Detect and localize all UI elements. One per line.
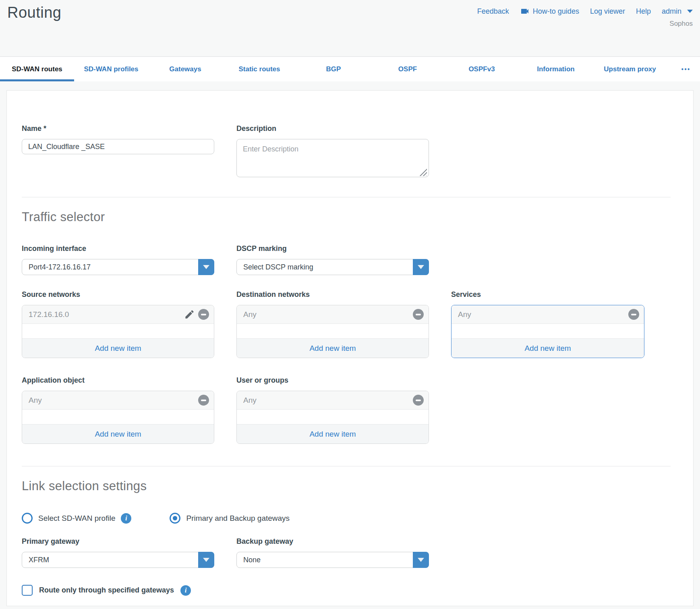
info-icon[interactable]: i [121, 513, 131, 524]
tab-static-routes[interactable]: Static routes [222, 57, 296, 81]
application-object-label: Application object [22, 376, 214, 385]
chevron-down-icon [687, 10, 693, 13]
services-label: Services [451, 290, 644, 299]
remove-item-icon[interactable] [628, 309, 639, 320]
primary-gateway-label: Primary gateway [22, 537, 214, 546]
radio-unchecked-icon[interactable] [22, 513, 33, 524]
dropdown-arrow-icon[interactable] [198, 552, 214, 568]
section-divider [22, 197, 671, 197]
incoming-interface-label: Incoming interface [22, 244, 214, 253]
name-input[interactable] [22, 139, 214, 154]
list-item: Any [22, 391, 214, 410]
name-label: Name * [22, 124, 214, 133]
remove-item-icon[interactable] [198, 309, 209, 320]
tab-sd-wan-routes[interactable]: SD-WAN routes [0, 57, 74, 81]
tab-bgp[interactable]: BGP [296, 57, 371, 81]
description-field-group: Description [236, 124, 429, 179]
description-label: Description [236, 124, 429, 133]
radio-select-sdwan-profile[interactable]: Select SD-WAN profile i [22, 513, 131, 524]
incoming-interface-select[interactable]: Port4-172.16.16.17 [22, 259, 214, 275]
remove-item-icon[interactable] [198, 395, 209, 406]
log-viewer-link[interactable]: Log viewer [590, 7, 625, 16]
tab-gateways[interactable]: Gateways [148, 57, 222, 81]
add-new-item-button[interactable]: Add new item [237, 338, 429, 358]
edit-icon[interactable] [184, 309, 195, 320]
brand-label: Sophos [477, 20, 693, 28]
dropdown-arrow-icon[interactable] [198, 259, 214, 275]
video-camera-icon [520, 6, 530, 16]
link-selection-heading: Link selection settings [22, 479, 671, 493]
destination-networks-label: Destination networks [236, 290, 429, 299]
route-only-checkbox-row: Route only through specified gateways i [22, 585, 671, 596]
required-marker: * [43, 124, 46, 133]
tab-ospf[interactable]: OSPF [371, 57, 445, 81]
traffic-selector-heading: Traffic selector [22, 210, 671, 224]
source-networks-group: Source networks 172.16.16.0 Add new item [22, 290, 214, 358]
dscp-marking-label: DSCP marking [236, 244, 429, 253]
list-item: 172.16.16.0 [22, 305, 214, 324]
destination-networks-group: Destination networks Any Add new item [236, 290, 429, 358]
help-link[interactable]: Help [636, 7, 651, 16]
dscp-marking-group: DSCP marking Select DSCP marking [236, 244, 429, 275]
routing-tab-bar: SD-WAN routes SD-WAN profiles Gateways S… [0, 56, 700, 81]
user-or-groups-group: User or groups Any Add new item [236, 376, 429, 444]
backup-gateway-label: Backup gateway [236, 537, 429, 546]
name-field-group: Name * [22, 124, 214, 179]
remove-item-icon[interactable] [413, 309, 424, 320]
incoming-interface-group: Incoming interface Port4-172.16.16.17 [22, 244, 214, 275]
page-title: Routing [7, 4, 61, 21]
tab-information[interactable]: Information [519, 57, 593, 81]
list-item: Any [451, 305, 644, 324]
section-divider [22, 466, 671, 466]
add-new-item-button[interactable]: Add new item [451, 338, 644, 358]
route-only-checkbox[interactable] [22, 585, 33, 596]
tab-upstream-proxy[interactable]: Upstream proxy [593, 57, 667, 81]
remove-item-icon[interactable] [413, 395, 424, 406]
radio-checked-icon[interactable] [170, 513, 180, 524]
info-icon[interactable]: i [180, 585, 191, 596]
sd-wan-route-form: Name * Description Traffic selector Inco… [6, 90, 694, 606]
list-item: Any [237, 391, 429, 410]
link-selection-radio-group: Select SD-WAN profile i Primary and Back… [22, 513, 671, 524]
tab-ospfv3[interactable]: OSPFv3 [445, 57, 519, 81]
destination-networks-box: Any Add new item [236, 305, 429, 358]
services-group: Services Any Add new item [451, 290, 644, 358]
application-object-group: Application object Any Add new item [22, 376, 214, 444]
page-header: Routing Feedback How-to guides Log viewe… [0, 0, 700, 56]
dscp-marking-select[interactable]: Select DSCP marking [236, 259, 429, 275]
add-new-item-button[interactable]: Add new item [22, 338, 214, 358]
primary-gateway-select[interactable]: XFRM [22, 552, 214, 568]
feedback-link[interactable]: Feedback [477, 7, 509, 16]
route-only-label: Route only through specified gateways [39, 586, 174, 594]
user-or-groups-label: User or groups [236, 376, 429, 385]
howto-guides-link[interactable]: How-to guides [520, 6, 579, 16]
more-tabs-icon[interactable]: ••• [672, 57, 700, 81]
dropdown-arrow-icon[interactable] [413, 552, 429, 568]
add-new-item-button[interactable]: Add new item [22, 424, 214, 443]
dropdown-arrow-icon[interactable] [413, 259, 429, 275]
tab-sd-wan-profiles[interactable]: SD-WAN profiles [74, 57, 148, 81]
admin-menu[interactable]: admin [662, 7, 693, 16]
add-new-item-button[interactable]: Add new item [237, 424, 429, 443]
source-networks-box: 172.16.16.0 Add new item [22, 305, 214, 358]
header-right: Feedback How-to guides Log viewer Help a… [477, 4, 693, 28]
backup-gateway-group: Backup gateway None [236, 537, 429, 568]
description-textarea[interactable] [236, 139, 429, 177]
radio-primary-backup-gateways[interactable]: Primary and Backup gateways [170, 513, 290, 524]
application-object-box: Any Add new item [22, 391, 214, 444]
list-item: Any [237, 305, 429, 324]
backup-gateway-select[interactable]: None [236, 552, 429, 568]
user-or-groups-box: Any Add new item [236, 391, 429, 444]
source-networks-label: Source networks [22, 290, 214, 299]
primary-gateway-group: Primary gateway XFRM [22, 537, 214, 568]
services-box: Any Add new item [451, 305, 644, 358]
